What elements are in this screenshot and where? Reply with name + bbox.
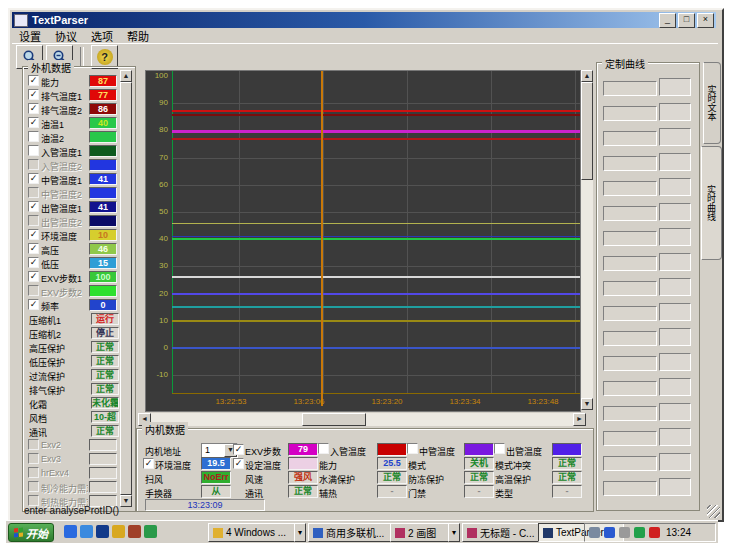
custom-curve-value-field[interactable] (659, 203, 691, 221)
checkbox[interactable]: ✓ (28, 173, 39, 184)
custom-curve-name-field[interactable] (603, 181, 657, 196)
custom-curve-name-field[interactable] (603, 431, 657, 446)
browser-icon[interactable] (80, 525, 93, 538)
custom-curve-name-field[interactable] (603, 231, 657, 246)
checkbox[interactable]: ✓ (233, 444, 244, 455)
checkbox[interactable] (494, 443, 505, 454)
checkbox[interactable]: ✓ (28, 117, 39, 128)
task-group-dropdown[interactable]: ▾ (448, 523, 460, 542)
checkbox[interactable] (28, 481, 39, 492)
shell-icon[interactable] (96, 525, 109, 538)
custom-curve-value-field[interactable] (659, 178, 691, 196)
custom-curve-name-field[interactable] (603, 456, 657, 471)
custom-curve-name-field[interactable] (603, 256, 657, 271)
custom-curve-value-field[interactable] (659, 78, 691, 96)
checkbox[interactable]: ✓ (28, 229, 39, 240)
custom-curve-value-field[interactable] (659, 403, 691, 421)
custom-curve-value-field[interactable] (659, 478, 691, 496)
custom-curve-name-field[interactable] (603, 206, 657, 221)
checkbox[interactable] (318, 443, 329, 454)
checkbox[interactable]: ✓ (28, 299, 39, 310)
printer-icon[interactable] (589, 527, 600, 538)
custom-curve-value-field[interactable] (659, 353, 691, 371)
resize-grip[interactable] (707, 505, 720, 518)
scroll-up-button[interactable]: ▲ (120, 70, 132, 82)
media-icon[interactable] (144, 525, 157, 538)
custom-curve-value-field[interactable] (659, 328, 691, 346)
custom-curve-value-field[interactable] (659, 428, 691, 446)
minimize-button[interactable]: _ (659, 13, 676, 28)
task-button[interactable]: 4 Windows ... (208, 523, 302, 542)
chart-hscrollbar[interactable]: ◄ ► (138, 413, 586, 426)
maximize-button[interactable]: □ (678, 13, 695, 28)
checkbox[interactable] (28, 453, 39, 464)
custom-curve-name-field[interactable] (603, 381, 657, 396)
checkbox[interactable]: ✓ (28, 271, 39, 282)
outdoor-scrollbar[interactable]: ▲ ▼ (120, 70, 132, 507)
scrollbar-thumb[interactable] (120, 82, 132, 495)
custom-curve-name-field[interactable] (603, 106, 657, 121)
scrollbar-thumb[interactable] (302, 413, 366, 426)
custom-curve-name-field[interactable] (603, 281, 657, 296)
checkbox[interactable] (28, 187, 39, 198)
menu-item[interactable]: 设置 (12, 27, 48, 45)
security-icon[interactable] (128, 525, 141, 538)
checkbox[interactable] (28, 439, 39, 450)
antivirus-icon[interactable] (634, 527, 645, 538)
custom-curve-value-field[interactable] (659, 103, 691, 121)
chart-vscrollbar[interactable]: ▲ ▼ (581, 70, 593, 410)
scrollbar-thumb[interactable] (581, 82, 593, 180)
close-button[interactable]: × (697, 13, 714, 28)
custom-curve-name-field[interactable] (603, 481, 657, 496)
task-button[interactable]: 无标题 - C... (462, 523, 544, 542)
task-button[interactable]: 商用多联机... (308, 523, 396, 542)
custom-curve-name-field[interactable] (603, 131, 657, 146)
menu-item[interactable]: 选项 (84, 27, 120, 45)
task-button[interactable]: 2 画图 (390, 523, 456, 542)
custom-curve-value-field[interactable] (659, 303, 691, 321)
custom-curve-name-field[interactable] (603, 331, 657, 346)
start-button[interactable]: 开始 (8, 523, 54, 542)
custom-curve-name-field[interactable] (603, 81, 657, 96)
checkbox[interactable]: ✓ (233, 458, 244, 469)
scroll-down-button[interactable]: ▼ (581, 398, 593, 410)
custom-curve-value-field[interactable] (659, 228, 691, 246)
scroll-right-button[interactable]: ► (573, 413, 586, 426)
scroll-up-button[interactable]: ▲ (581, 70, 593, 82)
checkbox[interactable] (28, 215, 39, 226)
checkbox[interactable]: ✓ (28, 75, 39, 86)
checkbox[interactable] (28, 285, 39, 296)
checkbox[interactable]: ✓ (143, 458, 154, 469)
custom-curve-value-field[interactable] (659, 453, 691, 471)
checkbox[interactable] (407, 443, 418, 454)
checkbox[interactable] (28, 159, 39, 170)
ie-icon[interactable] (64, 525, 77, 538)
time-cursor-line[interactable] (321, 71, 323, 406)
updates-icon[interactable] (619, 527, 630, 538)
checkbox[interactable]: ✓ (28, 89, 39, 100)
task-group-dropdown[interactable]: ▾ (294, 523, 306, 542)
checkbox[interactable]: ✓ (28, 103, 39, 114)
input-method-icon[interactable] (649, 527, 660, 538)
custom-curve-name-field[interactable] (603, 156, 657, 171)
notes-icon[interactable] (112, 525, 125, 538)
checkbox[interactable] (28, 131, 39, 142)
custom-curve-value-field[interactable] (659, 378, 691, 396)
custom-curve-value-field[interactable] (659, 128, 691, 146)
side-tab[interactable]: 实时曲线 (701, 146, 722, 260)
checkbox[interactable]: ✓ (28, 243, 39, 254)
custom-curve-value-field[interactable] (659, 253, 691, 271)
custom-curve-name-field[interactable] (603, 406, 657, 421)
checkbox[interactable] (28, 467, 39, 478)
custom-curve-name-field[interactable] (603, 356, 657, 371)
checkbox[interactable] (28, 145, 39, 156)
custom-curve-value-field[interactable] (659, 278, 691, 296)
custom-curve-name-field[interactable] (603, 306, 657, 321)
menu-item[interactable]: 帮助 (120, 27, 156, 45)
custom-curve-value-field[interactable] (659, 153, 691, 171)
menu-item[interactable]: 协议 (48, 27, 84, 45)
checkbox[interactable]: ✓ (28, 257, 39, 268)
side-tab[interactable]: 实时文本 (703, 62, 721, 144)
checkbox[interactable]: ✓ (28, 201, 39, 212)
network-icon[interactable] (604, 527, 615, 538)
